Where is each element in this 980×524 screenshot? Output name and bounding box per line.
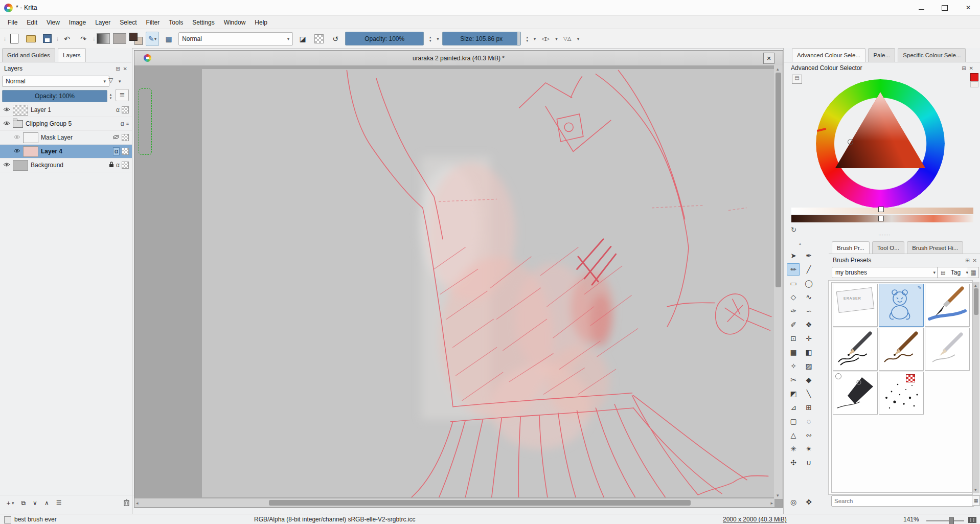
alpha-lock-icon[interactable]: α [116,162,120,169]
brush-preset-eraser[interactable]: ERASER [833,284,878,327]
fg-bg-color-selector[interactable] [129,33,143,45]
mask-disabled-eye-icon[interactable] [112,134,120,141]
undo-button[interactable]: ↶ [60,32,74,46]
tab-specific-colour-selector[interactable]: Specific Colour Sele... [898,48,966,62]
contiguous-select-tool[interactable]: ✳ [787,443,800,455]
preset-display-mode-icon[interactable]: ▦ [968,267,979,278]
layer-opacity-slider[interactable]: Opacity: 100% [2,90,107,102]
freehand-brush-tool[interactable]: ✏ [787,263,800,276]
transform-tool[interactable]: ⊡ [787,332,800,345]
tab-tool-options[interactable]: Tool O... [872,241,904,254]
zoom-slider-thumb[interactable] [949,517,954,524]
redo-button[interactable]: ↷ [77,32,90,46]
smart-patch-tool[interactable]: ✂ [787,374,800,386]
ellipse-tool[interactable]: ◯ [802,277,815,289]
move-layer-up-button[interactable]: ∧ [44,499,49,507]
pattern-edit-tool[interactable]: ▨ [802,360,815,372]
delete-layer-button[interactable] [123,499,130,508]
float-docker-icon[interactable]: ⊞ [114,66,121,72]
preserve-alpha-button[interactable] [312,32,326,46]
layer-filter-arrow[interactable]: ▾ [119,79,121,84]
ellipse-select-tool[interactable]: ◌ [802,415,815,427]
menu-tools[interactable]: Tools [164,16,188,29]
menu-select[interactable]: Select [115,16,141,29]
choose-workspace-button[interactable]: ▦ [162,32,175,46]
menu-settings[interactable]: Settings [188,16,219,29]
canvas-viewport[interactable] [134,65,774,499]
reference-images-tool[interactable]: ⊞ [802,401,815,414]
inherit-alpha-icon[interactable] [122,148,129,155]
calligraphy-tool[interactable]: ✒ [802,249,815,262]
zoom-tool[interactable]: ◎ [787,496,800,508]
brush-preset-pencil-silver[interactable] [925,328,970,371]
layer-row-clipping-group-5[interactable]: Clipping Group 5 α≡ [0,117,132,131]
visibility-eye-icon[interactable] [13,134,20,141]
close-button[interactable]: ✕ [956,0,980,15]
new-document-button[interactable] [8,32,21,46]
layer-row-mask-layer[interactable]: Mask Layer [0,131,132,145]
menu-image[interactable]: Image [64,16,90,29]
pan-tool[interactable]: ✥ [802,496,815,508]
measure-tool[interactable]: ⊿ [787,401,800,414]
color-sampler-tool[interactable]: ✧ [787,360,800,372]
layer-opacity-spinner[interactable]: ▴▾ [107,89,114,102]
layer-row-layer-4[interactable]: Layer 4 α [0,145,132,158]
splitter-grip[interactable]: ······· [878,232,890,238]
mirror-vertical-button[interactable]: ▽△ [561,32,574,46]
refresh-colors-icon[interactable]: ↻ [791,226,796,234]
reload-preset-button[interactable]: ↺ [329,32,342,46]
canvas-document[interactable] [202,69,774,497]
brush-preset-paintbrush-blue-stroke[interactable] [925,284,970,327]
polygon-tool[interactable]: ◇ [787,291,800,303]
brush-preset-ink-pen[interactable] [833,372,878,415]
tab-layers[interactable]: Layers [58,48,86,62]
line-tool[interactable]: ╱ [802,263,815,276]
freehand-path-tool[interactable]: ∽ [802,305,815,317]
layer-row-layer-1[interactable]: Layer 1 α [0,103,132,117]
alpha-lock-icon[interactable]: α [121,120,124,127]
tag-button[interactable]: ▤ Tag ▾ [937,267,972,278]
brush-search-input[interactable] [831,495,974,507]
canvas-window-titlebar[interactable]: uraraka 2 painted.kra (40.3 MiB) * ✕ [134,51,783,66]
close-docker-icon[interactable]: ✕ [122,66,129,72]
close-document-icon[interactable]: ✕ [763,53,774,64]
bezier-curve-tool[interactable]: ✑ [787,305,800,317]
menu-layer[interactable]: Layer [90,16,115,29]
search-options-icon[interactable]: ▦ [972,495,980,506]
brush-size-slider[interactable]: Size: 105.86 px [442,32,521,45]
float-docker-icon[interactable]: ⊞ [964,258,971,263]
open-document-button[interactable] [24,32,37,46]
save-button[interactable] [40,32,54,46]
tab-brush-presets[interactable]: Brush Pr... [832,241,870,254]
brush-preset-pencil-brown[interactable] [879,328,924,371]
layer-row-background[interactable]: Background α [0,158,132,172]
visibility-eye-icon[interactable] [13,148,20,155]
gradient-tool[interactable]: ◧ [802,346,815,358]
strip-handle[interactable] [878,207,884,212]
alpha-lock-icon[interactable]: α [113,147,120,155]
move-tool[interactable]: ✛ [802,332,815,345]
last-used-color-swatch[interactable] [970,73,978,81]
blending-mode-dropdown[interactable]: Normal ▾ [178,32,293,45]
add-layer-button[interactable]: ＋▾ [5,498,14,508]
selector-settings-icon[interactable]: ▤ [792,75,802,84]
presets-scrollbar[interactable]: ▴ ▾ [973,282,979,493]
visibility-eye-icon[interactable] [3,106,10,113]
tab-advanced-colour-selector[interactable]: Advanced Colour Sele... [792,48,865,62]
gradient-swatch[interactable] [97,33,110,44]
mirror-horizontal-arrow[interactable]: ▾ [555,36,558,41]
menu-edit[interactable]: Edit [22,16,42,29]
mirror-horizontal-button[interactable]: ◁▷ [539,32,552,46]
visibility-eye-icon[interactable] [3,120,10,127]
polygon-select-tool[interactable]: △ [787,429,800,441]
bezier-select-tool[interactable]: ✣ [787,457,800,469]
mirror-vertical-arrow[interactable]: ▾ [577,36,580,41]
crop-tool[interactable]: ▦ [787,346,800,358]
tab-palette[interactable]: Pale... [868,48,895,62]
freehand-select-tool[interactable]: ∾ [802,429,815,441]
brush-preset-blue-sketch-doodle[interactable]: ✎ [879,284,924,327]
brush-preset-spatter[interactable] [879,372,924,415]
layer-styles-icon[interactable]: ≡ [126,121,129,126]
tab-brush-preset-history[interactable]: Brush Preset Hi... [907,241,963,254]
fill-tool[interactable]: ◆ [802,374,815,386]
